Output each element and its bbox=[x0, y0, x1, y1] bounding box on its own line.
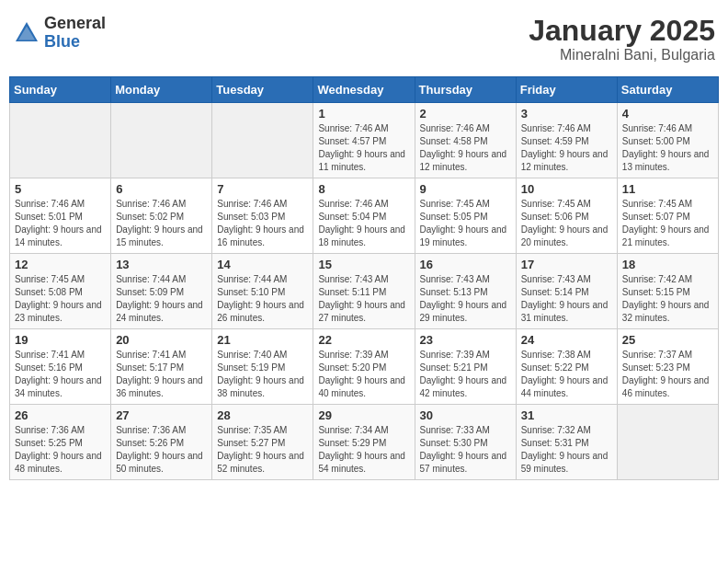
calendar-cell: 16Sunrise: 7:43 AM Sunset: 5:13 PM Dayli… bbox=[415, 254, 516, 329]
location: Mineralni Bani, Bulgaria bbox=[529, 47, 715, 63]
calendar-table: SundayMondayTuesdayWednesdayThursdayFrid… bbox=[9, 76, 719, 480]
calendar-cell: 5Sunrise: 7:46 AM Sunset: 5:01 PM Daylig… bbox=[10, 178, 111, 254]
calendar-cell: 10Sunrise: 7:45 AM Sunset: 5:06 PM Dayli… bbox=[516, 178, 617, 254]
day-number: 9 bbox=[420, 182, 511, 196]
calendar-cell: 4Sunrise: 7:46 AM Sunset: 5:00 PM Daylig… bbox=[617, 103, 718, 178]
day-number: 12 bbox=[15, 258, 106, 271]
calendar-cell: 2Sunrise: 7:46 AM Sunset: 4:58 PM Daylig… bbox=[415, 103, 516, 178]
day-info: Sunrise: 7:46 AM Sunset: 5:03 PM Dayligh… bbox=[217, 198, 308, 249]
logo-general-text: General bbox=[44, 15, 106, 33]
day-info: Sunrise: 7:36 AM Sunset: 5:25 PM Dayligh… bbox=[15, 424, 106, 476]
weekday-header: Sunday bbox=[10, 77, 111, 103]
calendar-cell: 18Sunrise: 7:42 AM Sunset: 5:15 PM Dayli… bbox=[617, 254, 718, 329]
day-number: 20 bbox=[116, 333, 207, 347]
logo: General Blue bbox=[13, 15, 106, 52]
calendar-cell: 1Sunrise: 7:46 AM Sunset: 4:57 PM Daylig… bbox=[313, 103, 415, 178]
day-info: Sunrise: 7:44 AM Sunset: 5:10 PM Dayligh… bbox=[217, 273, 308, 325]
day-number: 6 bbox=[116, 182, 207, 196]
logo-blue-text: Blue bbox=[44, 33, 106, 52]
calendar-week-row: 12Sunrise: 7:45 AM Sunset: 5:08 PM Dayli… bbox=[10, 254, 719, 329]
day-number: 31 bbox=[521, 408, 612, 422]
logo-icon bbox=[13, 19, 40, 47]
day-number: 16 bbox=[420, 258, 511, 271]
day-info: Sunrise: 7:45 AM Sunset: 5:08 PM Dayligh… bbox=[15, 273, 106, 325]
day-number: 29 bbox=[318, 408, 409, 422]
calendar-week-row: 1Sunrise: 7:46 AM Sunset: 4:57 PM Daylig… bbox=[10, 103, 719, 178]
day-number: 25 bbox=[622, 333, 713, 347]
calendar-cell: 17Sunrise: 7:43 AM Sunset: 5:14 PM Dayli… bbox=[516, 254, 617, 329]
day-info: Sunrise: 7:33 AM Sunset: 5:30 PM Dayligh… bbox=[420, 424, 511, 476]
day-info: Sunrise: 7:46 AM Sunset: 4:57 PM Dayligh… bbox=[318, 122, 409, 174]
day-info: Sunrise: 7:44 AM Sunset: 5:09 PM Dayligh… bbox=[116, 273, 207, 325]
day-info: Sunrise: 7:43 AM Sunset: 5:13 PM Dayligh… bbox=[420, 273, 511, 325]
day-info: Sunrise: 7:46 AM Sunset: 5:02 PM Dayligh… bbox=[116, 198, 207, 249]
day-info: Sunrise: 7:39 AM Sunset: 5:21 PM Dayligh… bbox=[420, 349, 511, 400]
day-number: 8 bbox=[318, 182, 409, 196]
calendar-cell bbox=[111, 103, 212, 178]
day-number: 26 bbox=[15, 408, 106, 422]
day-info: Sunrise: 7:32 AM Sunset: 5:31 PM Dayligh… bbox=[521, 424, 612, 476]
weekday-header: Saturday bbox=[617, 77, 718, 103]
calendar-cell bbox=[212, 103, 313, 178]
weekday-header: Tuesday bbox=[212, 77, 313, 103]
day-info: Sunrise: 7:42 AM Sunset: 5:15 PM Dayligh… bbox=[622, 273, 713, 325]
day-number: 15 bbox=[318, 258, 409, 271]
day-number: 28 bbox=[217, 408, 308, 422]
calendar-cell: 22Sunrise: 7:39 AM Sunset: 5:20 PM Dayli… bbox=[313, 329, 415, 405]
day-info: Sunrise: 7:46 AM Sunset: 4:59 PM Dayligh… bbox=[521, 122, 612, 174]
day-number: 13 bbox=[116, 258, 207, 271]
calendar-cell: 11Sunrise: 7:45 AM Sunset: 5:07 PM Dayli… bbox=[617, 178, 718, 254]
calendar-cell: 23Sunrise: 7:39 AM Sunset: 5:21 PM Dayli… bbox=[415, 329, 516, 405]
day-number: 24 bbox=[521, 333, 612, 347]
day-info: Sunrise: 7:46 AM Sunset: 4:58 PM Dayligh… bbox=[420, 122, 511, 174]
calendar-cell: 8Sunrise: 7:46 AM Sunset: 5:04 PM Daylig… bbox=[313, 178, 415, 254]
day-info: Sunrise: 7:36 AM Sunset: 5:26 PM Dayligh… bbox=[116, 424, 207, 476]
weekday-header: Wednesday bbox=[313, 77, 415, 103]
calendar-cell: 12Sunrise: 7:45 AM Sunset: 5:08 PM Dayli… bbox=[10, 254, 111, 329]
day-number: 30 bbox=[420, 408, 511, 422]
day-info: Sunrise: 7:46 AM Sunset: 5:04 PM Dayligh… bbox=[318, 198, 409, 249]
day-number: 1 bbox=[318, 107, 409, 121]
day-info: Sunrise: 7:46 AM Sunset: 5:01 PM Dayligh… bbox=[15, 198, 106, 249]
title-block: January 2025 Mineralni Bani, Bulgaria bbox=[529, 15, 715, 63]
day-number: 4 bbox=[622, 107, 713, 121]
day-number: 11 bbox=[622, 182, 713, 196]
calendar-cell: 25Sunrise: 7:37 AM Sunset: 5:23 PM Dayli… bbox=[617, 329, 718, 405]
calendar-cell: 15Sunrise: 7:43 AM Sunset: 5:11 PM Dayli… bbox=[313, 254, 415, 329]
day-info: Sunrise: 7:37 AM Sunset: 5:23 PM Dayligh… bbox=[622, 349, 713, 400]
day-info: Sunrise: 7:35 AM Sunset: 5:27 PM Dayligh… bbox=[217, 424, 308, 476]
day-number: 23 bbox=[420, 333, 511, 347]
calendar-cell: 19Sunrise: 7:41 AM Sunset: 5:16 PM Dayli… bbox=[10, 329, 111, 405]
calendar-cell: 31Sunrise: 7:32 AM Sunset: 5:31 PM Dayli… bbox=[516, 405, 617, 480]
page-header: General Blue January 2025 Mineralni Bani… bbox=[9, 9, 719, 69]
calendar-cell bbox=[617, 405, 718, 480]
day-number: 21 bbox=[217, 333, 308, 347]
day-info: Sunrise: 7:46 AM Sunset: 5:00 PM Dayligh… bbox=[622, 122, 713, 174]
calendar-body: 1Sunrise: 7:46 AM Sunset: 4:57 PM Daylig… bbox=[10, 103, 719, 480]
day-info: Sunrise: 7:41 AM Sunset: 5:17 PM Dayligh… bbox=[116, 349, 207, 400]
weekday-header: Friday bbox=[516, 77, 617, 103]
calendar-cell: 13Sunrise: 7:44 AM Sunset: 5:09 PM Dayli… bbox=[111, 254, 212, 329]
day-number: 10 bbox=[521, 182, 612, 196]
day-number: 17 bbox=[521, 258, 612, 271]
logo-text: General Blue bbox=[44, 15, 106, 52]
calendar-cell: 14Sunrise: 7:44 AM Sunset: 5:10 PM Dayli… bbox=[212, 254, 313, 329]
day-info: Sunrise: 7:45 AM Sunset: 5:05 PM Dayligh… bbox=[420, 198, 511, 249]
day-info: Sunrise: 7:40 AM Sunset: 5:19 PM Dayligh… bbox=[217, 349, 308, 400]
day-number: 2 bbox=[420, 107, 511, 121]
calendar-cell: 29Sunrise: 7:34 AM Sunset: 5:29 PM Dayli… bbox=[313, 405, 415, 480]
day-info: Sunrise: 7:45 AM Sunset: 5:06 PM Dayligh… bbox=[521, 198, 612, 249]
weekday-row: SundayMondayTuesdayWednesdayThursdayFrid… bbox=[10, 77, 719, 103]
day-number: 7 bbox=[217, 182, 308, 196]
day-info: Sunrise: 7:38 AM Sunset: 5:22 PM Dayligh… bbox=[521, 349, 612, 400]
day-number: 19 bbox=[15, 333, 106, 347]
calendar-header: SundayMondayTuesdayWednesdayThursdayFrid… bbox=[10, 77, 719, 103]
day-info: Sunrise: 7:41 AM Sunset: 5:16 PM Dayligh… bbox=[15, 349, 106, 400]
calendar-cell: 28Sunrise: 7:35 AM Sunset: 5:27 PM Dayli… bbox=[212, 405, 313, 480]
day-info: Sunrise: 7:43 AM Sunset: 5:11 PM Dayligh… bbox=[318, 273, 409, 325]
calendar-week-row: 5Sunrise: 7:46 AM Sunset: 5:01 PM Daylig… bbox=[10, 178, 719, 254]
day-number: 22 bbox=[318, 333, 409, 347]
day-info: Sunrise: 7:45 AM Sunset: 5:07 PM Dayligh… bbox=[622, 198, 713, 249]
calendar-cell: 21Sunrise: 7:40 AM Sunset: 5:19 PM Dayli… bbox=[212, 329, 313, 405]
day-number: 18 bbox=[622, 258, 713, 271]
